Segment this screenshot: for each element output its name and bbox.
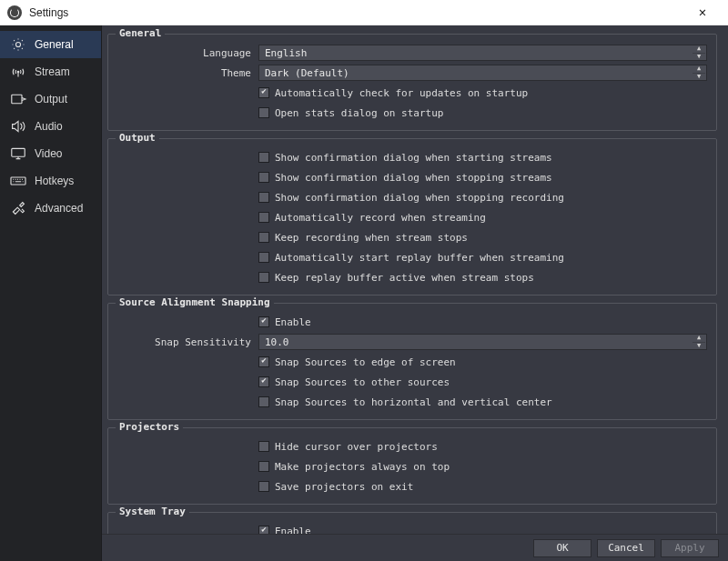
snap-edge-checkbox[interactable]	[258, 356, 269, 367]
confirm-start-stream-checkbox[interactable]	[258, 152, 269, 163]
open-stats-label: Open stats dialog on startup	[275, 107, 443, 119]
theme-value: Dark (Default)	[265, 67, 349, 79]
dialog-button-bar: OK Cancel Apply	[102, 534, 728, 561]
group-title: Source Alignment Snapping	[116, 296, 274, 308]
checkbox-label: Save projectors on exit	[275, 481, 413, 493]
close-button[interactable]: ✕	[684, 0, 721, 25]
confirm-stop-stream-checkbox[interactable]	[258, 172, 269, 183]
svg-point-1	[17, 71, 19, 73]
theme-label: Theme	[117, 67, 258, 79]
sidebar-item-label: Stream	[35, 65, 70, 78]
monitor-icon	[9, 146, 27, 161]
checkbox-label: Snap Sources to horizontal and vertical …	[275, 396, 552, 408]
app-icon	[7, 5, 22, 20]
projectors-on-top-checkbox[interactable]	[258, 461, 269, 472]
sidebar-item-label: Output	[35, 93, 67, 105]
stepper-icon[interactable]: ▲▼	[693, 45, 705, 60]
snap-center-checkbox[interactable]	[258, 396, 269, 407]
snap-sensitivity-label: Snap Sensitivity	[117, 336, 258, 348]
titlebar: Settings ✕	[0, 0, 728, 25]
snap-sensitivity-value: 10.0	[265, 336, 289, 348]
checkbox-label: Snap Sources to other sources	[275, 376, 450, 388]
stepper-icon[interactable]: ▲▼	[693, 335, 705, 349]
tools-icon	[9, 201, 27, 215]
snap-other-checkbox[interactable]	[258, 376, 269, 387]
svg-rect-3	[12, 148, 25, 156]
speaker-icon	[9, 119, 27, 134]
keep-replay-buffer-checkbox[interactable]	[258, 272, 269, 283]
open-stats-checkbox[interactable]	[258, 107, 269, 118]
confirm-stop-recording-checkbox[interactable]	[258, 192, 269, 203]
auto-update-label: Automatically check for updates on start…	[275, 87, 528, 99]
ok-button[interactable]: OK	[533, 539, 592, 557]
hide-cursor-checkbox[interactable]	[258, 441, 269, 452]
svg-rect-4	[11, 177, 25, 185]
checkbox-label: Automatically start replay buffer when s…	[275, 252, 564, 264]
sidebar-item-label: Video	[35, 147, 62, 160]
sidebar-item-general[interactable]: General	[0, 31, 101, 58]
checkbox-label: Hide cursor over projectors	[275, 441, 438, 453]
keep-recording-checkbox[interactable]	[258, 232, 269, 243]
apply-button[interactable]: Apply	[661, 539, 719, 557]
group-title: Projectors	[116, 421, 183, 433]
group-snapping: Source Alignment Snapping Enable Snap Se…	[107, 303, 717, 420]
group-title: General	[116, 27, 165, 39]
auto-record-checkbox[interactable]	[258, 212, 269, 223]
checkbox-label: Keep replay buffer active when stream st…	[275, 272, 534, 284]
group-title: Output	[116, 132, 159, 144]
checkbox-label: Enable	[275, 526, 311, 535]
auto-update-checkbox[interactable]	[258, 87, 269, 98]
sidebar-item-advanced[interactable]: Advanced	[0, 195, 101, 222]
stepper-icon[interactable]: ▲▼	[693, 65, 705, 80]
sidebar-item-label: Advanced	[35, 202, 83, 215]
sidebar-item-hotkeys[interactable]: Hotkeys	[0, 167, 101, 195]
group-title: System Tray	[116, 506, 189, 517]
sidebar-item-output[interactable]: Output	[0, 85, 101, 113]
sidebar-item-video[interactable]: Video	[0, 140, 101, 167]
sidebar-item-label: Audio	[35, 120, 63, 133]
sidebar-item-label: Hotkeys	[35, 175, 74, 187]
snap-enable-checkbox[interactable]	[258, 316, 269, 327]
svg-rect-2	[12, 95, 22, 104]
language-combo[interactable]: English▲▼	[258, 45, 707, 61]
antenna-icon	[9, 65, 27, 79]
gear-icon	[9, 37, 27, 52]
settings-sidebar: General Stream Output Audio Video Hotkey…	[0, 25, 102, 561]
checkbox-label: Keep recording when stream stops	[275, 232, 468, 244]
checkbox-label: Enable	[275, 316, 311, 328]
theme-combo[interactable]: Dark (Default)▲▼	[258, 65, 707, 81]
group-projectors: Projectors Hide cursor over projectors M…	[107, 427, 717, 505]
settings-scroll[interactable]: General Language English▲▼ Theme Dark (D…	[102, 25, 728, 534]
checkbox-label: Show confirmation dialog when stopping s…	[275, 172, 552, 184]
snap-sensitivity-spin[interactable]: 10.0▲▼	[258, 334, 707, 350]
group-output: Output Show confirmation dialog when sta…	[107, 138, 717, 296]
checkbox-label: Make projectors always on top	[275, 461, 450, 473]
tray-enable-checkbox[interactable]	[258, 526, 269, 534]
svg-point-0	[15, 42, 20, 46]
sidebar-item-audio[interactable]: Audio	[0, 113, 101, 140]
language-label: Language	[117, 47, 258, 59]
checkbox-label: Show confirmation dialog when stopping r…	[275, 192, 564, 204]
auto-replay-buffer-checkbox[interactable]	[258, 252, 269, 263]
group-system-tray: System Tray Enable Minimize to system tr…	[107, 512, 717, 534]
group-general: General Language English▲▼ Theme Dark (D…	[107, 34, 717, 131]
window-title: Settings	[29, 6, 68, 19]
save-projectors-checkbox[interactable]	[258, 481, 269, 492]
checkbox-label: Show confirmation dialog when starting s…	[275, 152, 552, 164]
cancel-button[interactable]: Cancel	[597, 539, 655, 557]
checkbox-label: Snap Sources to edge of screen	[275, 356, 456, 368]
checkbox-label: Automatically record when streaming	[275, 212, 486, 224]
output-icon	[9, 92, 27, 106]
language-value: English	[265, 47, 307, 59]
sidebar-item-stream[interactable]: Stream	[0, 58, 101, 85]
keyboard-icon	[9, 174, 27, 188]
sidebar-item-label: General	[35, 38, 74, 51]
